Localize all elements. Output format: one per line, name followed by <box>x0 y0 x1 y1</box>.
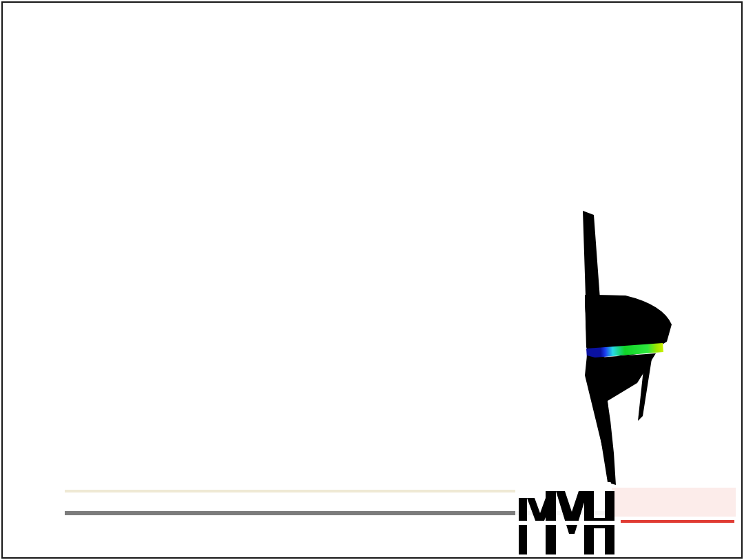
flap-top-olive <box>585 295 672 356</box>
window-border <box>1 1 743 559</box>
flap-underside <box>590 353 656 401</box>
monogram-slit <box>515 521 619 525</box>
shell-edge-face <box>583 211 614 482</box>
flap-top-green <box>585 295 659 350</box>
contour-model-view <box>0 0 744 560</box>
shell-edge-highlight <box>586 222 609 474</box>
flap-top-teal-core <box>585 296 627 348</box>
tail-edge-highlight <box>586 358 610 482</box>
ansys-graphics-window <box>0 0 744 560</box>
cnmhg-logo <box>515 481 737 554</box>
date-time-stamp <box>690 41 723 136</box>
right-prong <box>638 355 652 421</box>
tail-ribbon-teal <box>588 375 611 470</box>
right-prong-highlight <box>641 359 648 413</box>
solution-annotation-block <box>15 19 48 322</box>
flap-front-edge <box>586 343 663 358</box>
mh-monogram-icon <box>515 481 737 554</box>
flap-top-teal <box>585 295 645 349</box>
logo-red-rule <box>621 520 734 523</box>
tail-ribbon <box>585 355 616 485</box>
